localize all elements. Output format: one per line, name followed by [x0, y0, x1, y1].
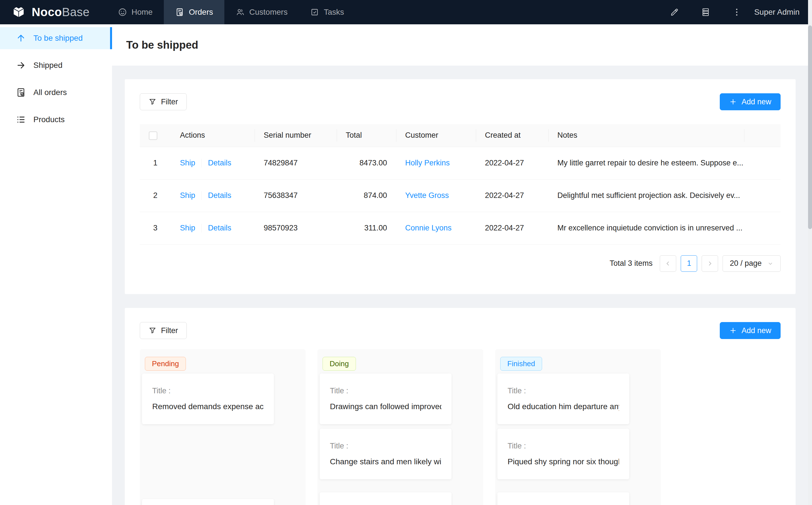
kanban-column-doing: Doing Title : Drawings can followed impr…: [317, 349, 483, 505]
status-tag-pending: Pending: [145, 357, 186, 371]
kanban-card[interactable]: Title : Old education him departure any …: [497, 373, 629, 424]
orders-table-card: Filter Add new Actions Serial number Tot…: [125, 79, 796, 294]
funnel-icon: [149, 98, 156, 106]
kanban-card-partial[interactable]: [497, 492, 629, 505]
column-header-serial-number: Serial number: [255, 124, 337, 147]
column-header-empty: [744, 124, 781, 147]
brand-name-light: Base: [62, 5, 90, 19]
card-field-label: Title :: [508, 386, 619, 395]
sidebar-item-to-be-shipped[interactable]: To be shipped: [0, 27, 112, 49]
orders-toolbar: Filter Add new: [140, 93, 781, 110]
notes-cell: My little garret repair to desire he est…: [548, 147, 744, 179]
server-icon[interactable]: [700, 7, 711, 17]
kanban-card-list: Title : Drawings can followed improved o…: [317, 373, 483, 505]
kanban-card[interactable]: Title : Drawings can followed improved o…: [320, 373, 451, 424]
tab-home[interactable]: Home: [107, 0, 164, 24]
details-link[interactable]: Details: [208, 191, 232, 200]
pagination-page-1[interactable]: 1: [681, 255, 697, 272]
top-navigation-bar: NocoBase Home Orders: [0, 0, 812, 24]
kanban-filter-button[interactable]: Filter: [140, 322, 187, 339]
select-all-checkbox[interactable]: [149, 132, 157, 140]
user-menu[interactable]: Super Admin: [754, 8, 800, 17]
serial-number-cell: 74829847: [255, 147, 337, 179]
page-scrollbar-thumb[interactable]: [808, 25, 812, 229]
sidebar-item-shipped[interactable]: Shipped: [0, 54, 112, 76]
column-header-customer: Customer: [396, 124, 476, 147]
order-document-icon: [175, 8, 184, 17]
details-link[interactable]: Details: [208, 224, 232, 232]
kanban-card-list: Title : Removed demands expense account …: [140, 373, 305, 505]
tasks-kanban-card: Filter Add new Pending Title : Removed d…: [125, 308, 796, 505]
pagination-next-button[interactable]: [702, 255, 718, 272]
card-field-label: Title :: [508, 442, 619, 451]
app-root: NocoBase Home Orders: [0, 0, 812, 505]
kanban-card-partial[interactable]: [320, 492, 451, 505]
ship-link[interactable]: Ship: [180, 224, 195, 232]
kanban-toolbar: Filter Add new: [140, 322, 781, 339]
add-new-button[interactable]: Add new: [720, 93, 781, 110]
filter-button-label: Filter: [161, 98, 178, 106]
sidebar-item-all-orders[interactable]: All orders: [0, 81, 112, 104]
ship-link[interactable]: Ship: [180, 159, 195, 167]
column-header-created-at: Created at: [476, 124, 548, 147]
page-size-value: 20 / page: [730, 259, 762, 268]
kebab-menu-icon[interactable]: [732, 7, 742, 17]
details-link[interactable]: Details: [208, 159, 232, 167]
created-at-cell: 2022-04-27: [476, 147, 548, 179]
table-row: 2 ShipDetails 75638347 874.00 Yvette Gro…: [140, 179, 781, 212]
add-new-button-label: Add new: [741, 98, 771, 106]
customer-link[interactable]: Yvette Gross: [405, 191, 449, 200]
customer-link[interactable]: Connie Lyons: [405, 224, 451, 232]
customer-link[interactable]: Holly Perkins: [405, 159, 450, 167]
chevron-left-icon: [664, 260, 672, 267]
plus-icon: [729, 98, 737, 106]
card-title-value: Piqued shy spring nor six though mut...: [508, 457, 619, 466]
tab-tasks[interactable]: Tasks: [299, 0, 355, 24]
tab-customers[interactable]: Customers: [224, 0, 299, 24]
card-field-label: Title :: [330, 442, 441, 451]
serial-number-cell: 75638347: [255, 179, 337, 212]
ui-editor-highlighter-icon[interactable]: [669, 7, 680, 17]
total-cell: 874.00: [337, 179, 396, 212]
customer-cell: Connie Lyons: [396, 212, 476, 244]
pagination-prev-button[interactable]: [660, 255, 676, 272]
kanban-card[interactable]: Title : Removed demands expense account …: [142, 373, 274, 424]
kanban-column-finished: Finished Title : Old education him depar…: [495, 349, 661, 505]
column-header-total: Total: [337, 124, 396, 147]
filter-button[interactable]: Filter: [140, 93, 187, 110]
tab-home-label: Home: [132, 8, 153, 17]
list-icon: [16, 115, 26, 125]
chevron-right-icon: [706, 260, 713, 267]
column-header-actions: Actions: [171, 124, 255, 147]
card-title-value: Removed demands expense account i...: [152, 402, 264, 411]
tab-orders-label: Orders: [189, 8, 213, 17]
notes-cell: Delightful met sufficient projection ask…: [548, 179, 744, 212]
nocobase-cube-icon: [11, 4, 27, 20]
ship-link[interactable]: Ship: [180, 191, 195, 200]
row-actions: ShipDetails: [171, 212, 255, 244]
page-scrollbar-track[interactable]: [808, 0, 812, 505]
total-cell: 311.00: [337, 212, 396, 244]
document-check-icon: [16, 88, 26, 98]
kanban-card[interactable]: Title : Piqued shy spring nor six though…: [497, 429, 629, 479]
serial-number-cell: 98570923: [255, 212, 337, 244]
brand-logo[interactable]: NocoBase: [0, 0, 107, 24]
card-title-value: Old education him departure any arra...: [508, 402, 619, 411]
action-divider: [201, 191, 202, 200]
row-index: 3: [140, 212, 171, 244]
status-tag-finished: Finished: [500, 357, 542, 371]
kanban-card[interactable]: Title : Change stairs and men likely wis…: [320, 429, 451, 479]
empty-cell: [744, 147, 781, 179]
total-cell: 8473.00: [337, 147, 396, 179]
main-nav-tabs: Home Orders Customers: [107, 0, 355, 24]
check-square-icon: [310, 8, 319, 17]
sidebar-item-products[interactable]: Products: [0, 109, 112, 131]
tab-tasks-label: Tasks: [324, 8, 344, 17]
page-size-select[interactable]: 20 / page: [722, 255, 781, 272]
kanban-card-partial[interactable]: [142, 499, 274, 505]
tab-orders[interactable]: Orders: [164, 0, 224, 24]
kanban-filter-button-label: Filter: [161, 326, 178, 335]
status-tag-doing: Doing: [322, 357, 356, 371]
kanban-add-new-button[interactable]: Add new: [720, 322, 781, 339]
action-divider: [201, 159, 202, 167]
